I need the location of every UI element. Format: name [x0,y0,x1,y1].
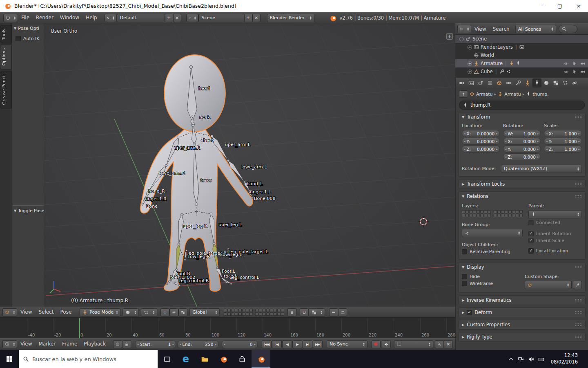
network-icon[interactable] [518,356,524,362]
selectable-cursor-icon[interactable] [572,61,577,66]
start-button[interactable] [0,350,19,368]
edge-button[interactable]: e [176,350,195,368]
panel-grip-icon[interactable] [575,265,582,269]
outliner-search-box[interactable] [559,25,577,33]
minimize-button[interactable]: ─ [532,0,550,12]
layer-toggle[interactable] [494,214,497,217]
layer-toggle[interactable] [505,210,508,213]
scale-y-field[interactable]: ◂Y:1.000▸ [544,138,582,145]
manipulator-translate-button[interactable] [160,308,169,316]
menu-pose[interactable]: Pose [57,307,75,317]
layer-toggle[interactable] [501,210,504,213]
layer-toggle[interactable] [516,210,519,213]
layer-toggle[interactable] [462,214,465,217]
panel-grip-icon[interactable] [575,323,582,327]
remove-scene-button[interactable]: × [252,14,261,22]
rigify-type-panel-header[interactable]: ▶Rigify Type [459,332,585,341]
rotation-mode-dropdown[interactable]: Quaternion (WXYZ) [501,165,582,173]
layer-toggle[interactable] [231,312,234,316]
checkbox-box[interactable] [462,249,467,254]
properties-tab-texture[interactable] [551,79,560,88]
layer-toggle[interactable] [227,309,231,312]
transform-panel-header[interactable]: ▼Transform [459,112,585,121]
pin-id-button[interactable] [459,90,468,98]
panel-grip-icon[interactable] [575,335,582,339]
layer-toggle[interactable] [484,210,487,213]
tab-grease-pencil[interactable]: Grease Pencil [0,71,12,108]
menu-view[interactable]: View [471,24,489,34]
properties-tab-render[interactable] [457,79,466,88]
store-button[interactable] [233,350,252,368]
inherit-scale-checkbox[interactable]: Inherit Scale [528,238,582,243]
location-x-field[interactable]: ◂X:0.00000▸ [462,130,500,137]
chevron-up-icon[interactable] [508,357,514,362]
rotation-z-field[interactable]: ◂Z:0.000▸ [503,153,541,160]
layer-toggle[interactable] [281,309,284,312]
panel-grip-icon[interactable] [575,311,582,314]
layer-toggle[interactable] [501,214,504,217]
task-view-button[interactable] [158,350,176,368]
visibility-eye-icon[interactable] [564,69,569,74]
eyedropper-button[interactable] [573,281,582,289]
transform-locks-panel-header[interactable]: ▶Transform Locks [459,180,585,188]
layer-toggle[interactable] [274,309,277,312]
timeline-strip[interactable]: -40-200204060801001201401601802002202402… [0,318,455,338]
layer-toggle[interactable] [508,210,512,213]
hide-checkbox[interactable]: Hide [462,274,519,279]
layer-toggle[interactable] [519,210,523,213]
play-button[interactable]: ▶ [292,340,302,348]
tab-tools[interactable]: Tools [0,25,12,43]
layer-toggle[interactable] [224,312,227,316]
editor-type-button[interactable] [3,14,18,22]
scene-browse-button[interactable] [186,14,198,22]
expander-icon[interactable]: - [459,37,464,41]
panel-grip-icon[interactable] [575,195,582,198]
layer-toggle[interactable] [477,214,480,217]
outliner-item-scene[interactable]: -Scene [455,35,588,43]
properties-region-expand-icon[interactable]: + [446,33,453,40]
layer-toggle[interactable] [512,210,515,213]
jump-to-end-button[interactable]: ▶▶| [313,340,323,348]
outliner-item-cube[interactable]: +Cube| [455,67,588,76]
panel-grip-icon[interactable] [575,182,582,186]
keying-set-dropdown[interactable] [394,340,433,348]
expander-icon[interactable]: + [468,61,472,66]
properties-tab-constraint[interactable] [504,79,513,88]
inverse-kinematics-panel-header[interactable]: ▶Inverse Kinematics [459,296,585,305]
screen-layout-name-field[interactable]: Default [117,14,165,22]
layer-toggle[interactable] [266,312,270,316]
close-button[interactable]: × [569,0,588,12]
properties-tab-scene[interactable] [476,79,485,88]
breadcrumb-armature[interactable]: Armatu [504,92,521,97]
render-engine-dropdown[interactable]: Blender Render [267,14,314,22]
layer-toggle[interactable] [480,214,483,217]
properties-tab-render-layers[interactable] [467,79,476,88]
layer-toggle[interactable] [263,312,266,316]
manipulator-rotate-button[interactable] [169,308,178,316]
breadcrumb-object[interactable]: Armatu [476,92,493,97]
opengl-render-animation-button[interactable] [338,308,347,316]
maximize-button[interactable]: ▢ [550,0,569,12]
layer-toggle[interactable] [270,312,273,316]
add-layout-button[interactable]: + [165,14,173,22]
keyboard-icon[interactable] [538,356,544,362]
layer-toggle[interactable] [277,309,281,312]
layer-toggle[interactable] [497,210,501,213]
manipulator-scale-button[interactable] [178,308,187,316]
wireframe-checkbox[interactable]: Wireframe [462,281,519,286]
menu-file[interactable]: File [18,13,33,23]
renderable-camera-icon[interactable] [580,61,586,66]
current-frame-field[interactable]: ◂0▸ [222,340,258,348]
properties-tab-particles[interactable] [561,79,570,88]
location-z-field[interactable]: ◂Z:0.00000▸ [462,146,500,153]
layer-toggle[interactable] [259,309,262,312]
layer-toggle[interactable] [469,214,472,217]
checkbox-box[interactable] [528,248,534,254]
blender-running-app-button[interactable] [252,350,270,368]
layer-toggle[interactable] [263,309,266,312]
auto-ik-checkbox[interactable]: Auto IK [16,36,44,41]
current-frame-indicator[interactable] [79,318,80,338]
properties-tab-object[interactable] [495,79,504,88]
outliner-item-world[interactable]: World [455,51,588,59]
checkbox-box[interactable] [528,238,534,243]
